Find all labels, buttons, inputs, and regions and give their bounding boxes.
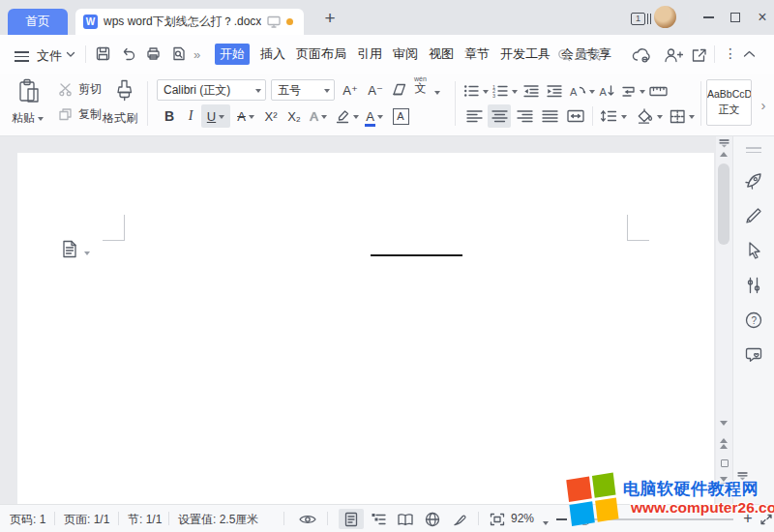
italic-button[interactable]: I [182,104,199,128]
share-icon[interactable] [691,47,707,63]
cloud-sync-icon[interactable] [631,47,652,63]
page-options-button[interactable] [62,240,78,258]
document-tab[interactable]: W wps word下划线怎么打？.docx [75,9,304,35]
minimize-button[interactable] [697,8,720,27]
view-read-button[interactable] [393,509,418,529]
highlight-button[interactable] [333,104,360,128]
copy-button[interactable]: 复制 [58,106,102,123]
align-left-button[interactable] [462,104,486,128]
decrease-indent-button[interactable] [521,79,542,103]
view-page-button[interactable] [339,509,364,529]
character-shading-button[interactable]: A [389,104,412,128]
undo-icon[interactable] [120,45,136,62]
print-preview-icon[interactable] [170,45,187,62]
bold-button[interactable]: B [159,104,180,128]
menu-tab-section[interactable]: 章节 [464,44,490,65]
view-outline-button[interactable] [366,509,391,529]
previous-page-button[interactable] [720,438,728,443]
print-icon[interactable] [145,45,162,62]
line-spacing-button[interactable] [598,104,629,128]
font-name-select[interactable]: Calibri (正文) [157,79,266,101]
pinyin-guide-button[interactable]: wén 文 [414,75,427,94]
cursor-icon[interactable] [744,241,763,260]
text-direction-button[interactable]: A [567,79,596,103]
new-tab-button[interactable]: + [319,8,341,29]
adjust-sliders-icon[interactable] [744,276,763,295]
next-page-button[interactable] [720,477,728,482]
paste-icon[interactable] [17,78,43,105]
home-tab[interactable]: 首页 [8,9,68,35]
vertical-scrollbar[interactable] [716,136,732,504]
shrink-font-button[interactable]: A⁻ [364,78,387,102]
menu-tab-page-layout[interactable]: 页面布局 [296,44,346,65]
strikethrough-button[interactable]: A [232,104,259,128]
shading-button[interactable] [635,104,664,128]
underline-button[interactable]: U [201,104,230,128]
sidebar-collapse-icon[interactable] [736,471,749,481]
menu-tab-insert[interactable]: 插入 [260,44,285,65]
show-marks-button[interactable] [619,79,646,103]
cut-button[interactable]: 剪切 [58,81,102,98]
share-screen-icon[interactable] [267,15,281,28]
invite-user-icon[interactable] [664,47,683,63]
menu-tab-home[interactable]: 开始 [215,44,250,65]
typed-underline-text[interactable] [371,254,462,256]
font-size-select[interactable]: 五号 [271,79,335,101]
file-menu[interactable]: 文件 [37,47,62,65]
feedback-chat-icon[interactable] [744,345,763,365]
more-tools-icon[interactable]: » [194,47,200,62]
eye-protection-button[interactable] [298,513,317,526]
zoom-slider-handle[interactable] [579,513,591,525]
text-effects-button[interactable]: A [306,104,331,128]
align-right-button[interactable] [513,104,536,128]
format-painter-button[interactable]: 格式刷 [103,110,137,127]
save-icon[interactable] [95,45,111,62]
next-page-button[interactable] [720,483,728,488]
pen-icon[interactable] [744,206,763,225]
sort-button[interactable]: A [596,79,617,103]
fullscreen-button[interactable] [759,514,773,525]
document-page[interactable] [17,153,714,504]
zoom-slider[interactable] [573,518,733,520]
paste-button[interactable]: 粘贴 [12,110,44,127]
scroll-down-button[interactable] [720,421,728,426]
clear-format-icon[interactable] [391,82,407,97]
sidebar-drag-handle[interactable] [746,144,761,156]
superscript-button[interactable]: X² [259,104,283,128]
more-options-icon[interactable]: ⋮ [724,45,737,61]
menu-tab-dev-tools[interactable]: 开发工具 [500,44,551,65]
maximize-button[interactable] [724,8,747,27]
menu-tab-references[interactable]: 引用 [357,44,382,65]
view-ink-button[interactable] [447,509,472,529]
collapse-ribbon-icon[interactable] [743,50,756,58]
help-icon[interactable]: ? [744,310,763,330]
window-list-button[interactable]: 1 [631,12,652,25]
dropdown-caret[interactable] [84,251,90,258]
bullets-button[interactable] [462,79,490,103]
select-browse-object-button[interactable] [721,459,729,467]
distribute-button[interactable] [563,104,588,128]
font-color-button[interactable]: A [362,104,387,128]
zoom-out-button[interactable] [553,512,569,527]
scroll-up-button[interactable] [720,152,728,157]
dropdown-caret[interactable] [543,521,549,528]
previous-page-button[interactable] [720,444,728,449]
menu-tab-view[interactable]: 视图 [429,44,454,65]
close-button[interactable]: × [751,8,774,27]
borders-button[interactable] [668,104,697,128]
rocket-icon[interactable] [744,171,763,191]
format-painter-icon[interactable] [112,78,137,105]
grow-font-button[interactable]: A⁺ [339,78,362,102]
style-gallery-expand[interactable]: › [756,93,771,116]
subscript-button[interactable]: X₂ [283,104,306,128]
find-button[interactable]: 查找 [557,46,601,64]
align-center-button[interactable] [488,104,511,128]
chevron-down-icon[interactable] [66,51,75,58]
user-avatar[interactable] [654,6,676,28]
zoom-level[interactable]: 92% [511,512,534,525]
increase-indent-button[interactable] [544,79,565,103]
hamburger-menu-icon[interactable] [15,48,29,65]
view-web-button[interactable] [420,509,445,529]
zoom-in-button[interactable]: + [739,509,757,528]
char-scale-button[interactable] [646,79,670,103]
